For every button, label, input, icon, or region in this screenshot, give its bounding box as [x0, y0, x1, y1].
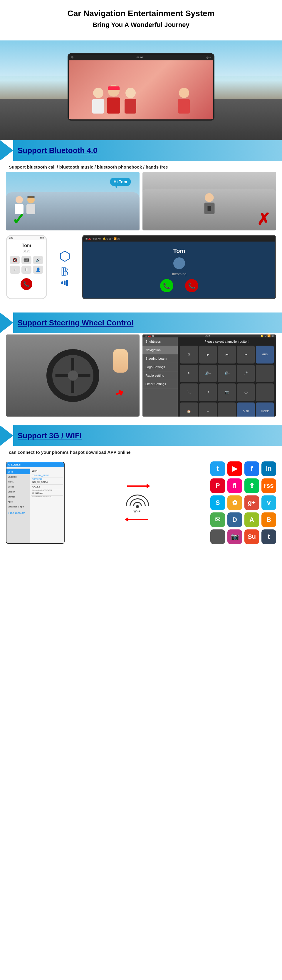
wifi-screen-inner: ⚙ Settings Wi-Fi Bluetooth More... Sound… [6, 462, 64, 543]
social-icon-flickr[interactable]: fl [228, 479, 242, 493]
btn-mode[interactable]: MODE [256, 402, 274, 417]
social-icon-apple[interactable] [210, 530, 225, 544]
hero-screen [69, 60, 213, 119]
person-phone-user [204, 193, 215, 214]
social-icon-linkedin[interactable]: in [261, 461, 276, 476]
nav-bluetooth[interactable]: Bluetooth [6, 474, 30, 479]
end-call-row: 📞 [21, 278, 32, 290]
menu-steering-learn[interactable]: Steering Learn [143, 355, 178, 363]
end-call-button[interactable]: 📞 [21, 278, 32, 290]
btn-home[interactable]: 🏠 [180, 402, 198, 417]
wifi-item-2[interactable]: CASE5 [31, 485, 63, 489]
bluetooth-right-image: ✗ [143, 172, 276, 231]
wifi-connected-status: Connected [31, 478, 63, 480]
social-icon-tumblr[interactable]: t [261, 530, 276, 544]
nav-more[interactable]: More... [6, 479, 30, 484]
signal-waves [61, 280, 68, 286]
menu-brightness[interactable]: Brightness [143, 337, 178, 346]
steering-title: Support Steering Wheel Control [18, 318, 133, 328]
bluetooth-icon-center: ⬡ 𝔹 [53, 248, 76, 286]
social-icon-vimeo[interactable]: v [261, 495, 276, 510]
wifi-section: Support 3G / WIFI can connect to your ph… [0, 425, 282, 557]
social-icon-skype[interactable]: S [210, 495, 225, 510]
social-icon-share[interactable]: ⇪ [244, 479, 259, 493]
settings-title: ⚙ Settings [8, 463, 21, 466]
social-icon-digg[interactable]: D [228, 512, 242, 527]
social-icon-blogger[interactable]: B [261, 512, 276, 527]
social-icon-facebook[interactable]: f [244, 461, 259, 476]
btn-gps[interactable]: GPS [256, 345, 274, 364]
btn-camera[interactable]: 📷 [218, 383, 236, 401]
nav-wifi[interactable]: Wi-Fi [6, 469, 30, 474]
social-icon-message[interactable]: ✉ [210, 512, 225, 527]
x-icon: ✗ [257, 212, 270, 228]
wifi-screen-header: ⚙ Settings [6, 462, 64, 467]
page-header: Car Navigation Entertainment System Brin… [0, 0, 282, 40]
btn-prev[interactable]: ⏮ [218, 345, 236, 364]
person-passenger [26, 194, 35, 214]
btn-next[interactable]: ⏭ [237, 345, 255, 364]
person1 [92, 88, 104, 114]
car-body-left [6, 192, 139, 231]
wifi-item-3[interactable]: KU97MAX [31, 491, 63, 496]
btn-phone[interactable]: 📞 [180, 383, 198, 401]
btn-back[interactable]: ← [199, 402, 217, 417]
social-icon-photo[interactable]: ✿ [228, 495, 242, 510]
cu-accept-button[interactable]: 📞 [160, 279, 173, 292]
social-icon-youtube[interactable]: ▶ [228, 461, 242, 476]
btn-vol-down[interactable]: 🔊- [218, 365, 236, 383]
steering-header-band: Support Steering Wheel Control [0, 312, 282, 333]
btn-disp[interactable]: DISP [237, 402, 255, 417]
person4 [178, 88, 190, 114]
call-time: 00:23 [22, 250, 30, 253]
menu-logo-settings[interactable]: Logo Settings [143, 363, 178, 371]
su-prompt: Please select a function button! [204, 340, 249, 343]
nav-add-account[interactable]: + ADD ACCOUNT [6, 511, 30, 515]
social-icon-android[interactable]: A [244, 512, 259, 527]
menu-radio-setting[interactable]: Radio setting [143, 371, 178, 380]
arrow-to-wifi [127, 485, 148, 487]
speaker-icon: 🔊 [33, 256, 43, 264]
social-icon-google-plus[interactable]: g+ [244, 495, 259, 510]
social-icon-rss[interactable]: rss [261, 479, 276, 493]
wheel-outer [46, 349, 99, 402]
nav-display[interactable]: Display [6, 489, 30, 494]
phone-mockup: 9:40 ■■■ Tom 00:23 🔇 ⌨ 🔊 + ⏸ 👤 📞 [6, 235, 47, 299]
nav-storage[interactable]: Storage [6, 494, 30, 499]
phone-battery: ■■■ [40, 237, 44, 239]
btn-power[interactable]: ⏻ [237, 383, 255, 401]
wifi-item-0[interactable]: TP-LINK_FREE [31, 473, 63, 478]
signal-1 [61, 282, 63, 284]
bluetooth-header-band: Support Bluetooth 4.0 [0, 140, 282, 161]
settings-nav: Wi-Fi Bluetooth More... Sound Display St… [6, 468, 30, 543]
wheel-center [67, 371, 78, 381]
su-body: Brightness Navigation Steering Learn Log… [143, 337, 276, 417]
menu-other-settings[interactable]: Other Settings [143, 380, 178, 388]
btn-settings[interactable]: ⚙ [180, 345, 198, 364]
btn-vol-up[interactable]: 🔊+ [199, 365, 217, 383]
btn-repeat[interactable]: ↺ [199, 383, 217, 401]
hand-overlay [113, 349, 128, 372]
nav-lang[interactable]: Language & Input [6, 504, 30, 509]
wifi-symbol-label: Wi-Fi [134, 509, 142, 513]
nav-sound[interactable]: Sound [6, 484, 30, 489]
menu-navigation[interactable]: Navigation [143, 346, 178, 355]
su-icons-right: 🔔 ⚙ 📶 ⊞ [260, 334, 274, 337]
social-icon-stumbleupon[interactable]: Su [244, 530, 259, 544]
steering-wheel [46, 349, 99, 402]
wifi-title: Support 3G / WIFI [18, 431, 82, 440]
nav-apps[interactable]: Apps [6, 499, 30, 504]
wifi-item-1[interactable]: NO_WI_UNDA [31, 480, 63, 485]
social-icon-twitter[interactable]: t [210, 461, 225, 476]
social-icon-instagram[interactable]: 📷 [228, 530, 242, 544]
steering-menu-image: ⊞ 🚗 ⚙ 8:02 🔔 ⚙ 📶 ⊞ Brightness Navigation… [143, 334, 276, 417]
btn-refresh[interactable]: ↻ [180, 365, 198, 383]
btn-play[interactable]: ▶ [199, 345, 217, 364]
cu-decline-button[interactable]: 📞 [185, 279, 198, 292]
bluetooth-desc: Support bluetooth call / bluetooth music… [0, 162, 282, 172]
btn-mic[interactable]: 🎤 [237, 365, 255, 383]
social-icon-pinterest[interactable]: P [210, 479, 225, 493]
phone-call-screen: Tom 00:23 🔇 ⌨ 🔊 + ⏸ 👤 📞 [7, 240, 46, 298]
btn-empty1 [256, 365, 274, 383]
blue-triangle-2 [0, 312, 13, 333]
